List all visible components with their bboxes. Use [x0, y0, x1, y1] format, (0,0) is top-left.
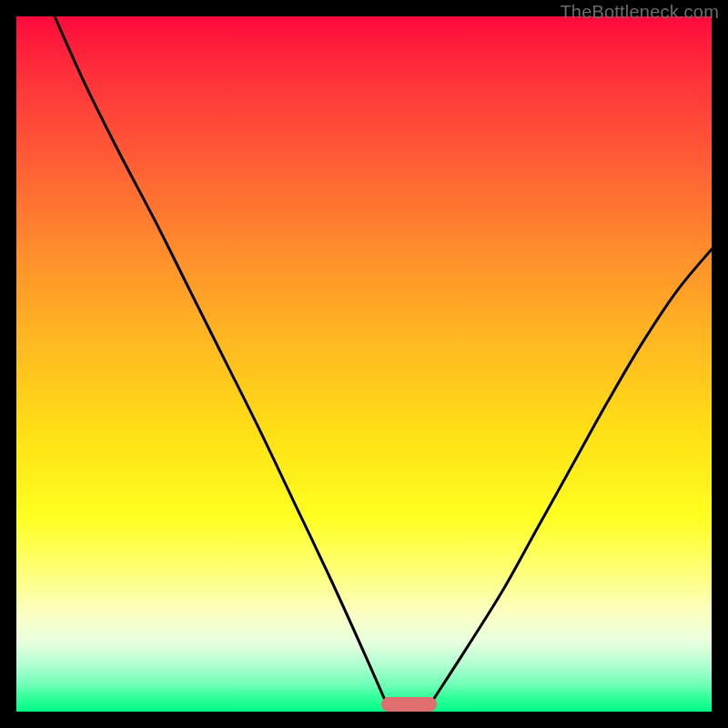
curve-right	[430, 249, 712, 705]
optimal-marker	[381, 697, 437, 712]
chart-frame: TheBottleneck.com	[0, 0, 728, 728]
watermark-text: TheBottleneck.com	[560, 2, 719, 23]
bottleneck-curve	[16, 16, 712, 712]
curve-left	[55, 16, 387, 704]
plot-area	[16, 16, 712, 712]
